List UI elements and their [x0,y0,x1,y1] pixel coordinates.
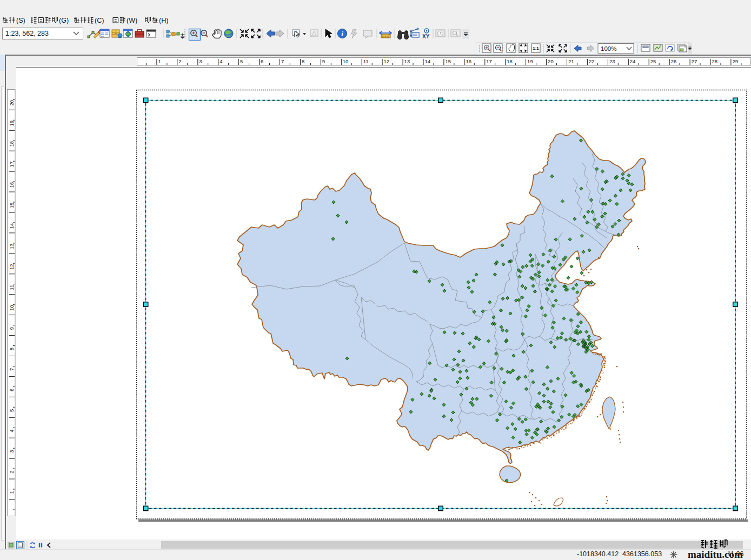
svg-text:maiditu.com: maiditu.com [688,549,743,560]
svg-text:(W): (W) [127,17,137,24]
svg-text:(C): (C) [95,17,104,24]
svg-text:(G): (G) [59,17,69,24]
svg-text:100%: 100% [601,45,616,52]
svg-text:i: i [341,30,343,38]
svg-text:(H): (H) [159,17,168,24]
svg-text:1:1: 1:1 [533,46,539,51]
svg-text:(S): (S) [16,17,25,24]
svg-text:XY: XY [422,34,430,39]
